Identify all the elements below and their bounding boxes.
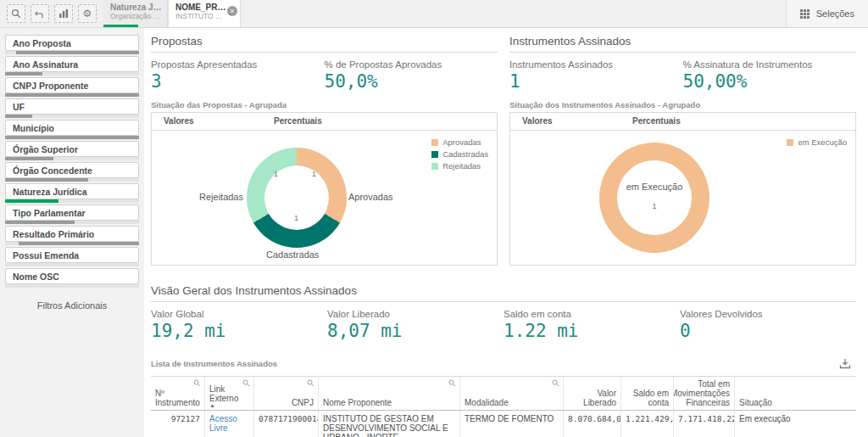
sidebar-item-orgao-concedente[interactable]: Órgão Concedente [5,162,139,182]
donut-instrumentos[interactable] [599,143,709,253]
search-icon[interactable] [448,379,456,387]
selections-grid-icon [800,9,810,19]
search-icon[interactable] [307,379,314,387]
filter-label: UF [5,98,139,115]
slice-value: 1 [312,170,316,178]
col-label: Valor Liberado [568,389,616,407]
qlik-dashboard: ⚙ Natureza Jurídica Organização Sociedad… [0,0,868,437]
sheet-tab-nome-proponente[interactable]: NOME_PROPO... INSTITUTO DE GEST... × [168,0,241,27]
tab-percentuais[interactable]: Percentuais [262,113,372,130]
sidebar-item-nome-osc[interactable]: Nome OSC [5,268,139,288]
filter-scrollbar[interactable] [5,221,139,224]
close-icon[interactable]: × [227,6,237,16]
kpi-label: % Assinatura de Instrumentos [683,59,857,70]
col-header-total-movimentacoes[interactable]: Total em Movimentações Financeiras [674,377,735,410]
sidebar-item-possui-emenda[interactable]: Possui Emenda [5,247,139,266]
kpi-propostas-apresentadas: Propostas Apresentadas 3 [151,59,325,92]
kpi-valor-liberado: Valor Liberado 8,07 mi [327,309,504,341]
slice-label-em-execucao: em Execução [599,182,709,192]
col-header-cnpj[interactable]: CNPJ [254,377,319,410]
col-label: Total em Movimentações Financeiras [674,379,730,407]
legend-item-em-execucao[interactable]: em Execução [787,137,847,147]
filter-scrollbar[interactable] [5,115,139,118]
col-label: CNPJ [292,398,314,407]
cell-modalidade[interactable]: TERMO DE FOMENTO [460,411,564,437]
search-icon[interactable] [7,4,25,23]
tab-percentuais[interactable]: Percentuais [620,113,731,130]
sidebar-item-cnpj-proponente[interactable]: CNPJ Proponente [5,77,139,97]
chart-title: Situação dos Instrumentos Assinados - Ag… [509,100,856,109]
sidebar-item-ano-proposta[interactable]: Ano Proposta [5,35,139,54]
sidebar-item-ano-assinatura[interactable]: Ano Assinatura [5,56,139,76]
section-lista-instrumentos: Lista de Instrumentos Assinados Nº Instr… [151,358,856,437]
cell-valor-liberado[interactable]: 8.070.684,08 [564,411,621,437]
search-icon[interactable] [552,379,559,387]
section-title: Propostas [151,35,498,53]
donut-propostas[interactable] [247,148,347,248]
sidebar-item-uf[interactable]: UF [5,98,139,118]
chart-icon[interactable] [54,4,73,23]
undo-icon[interactable] [31,4,49,23]
tab-valores[interactable]: Valores [510,113,620,130]
filter-label: CNPJ Proponente [5,77,139,93]
filter-scrollbar[interactable] [5,284,139,288]
filter-label: Tipo Parlamentar [5,204,139,221]
legend-label: Rejeitadas [442,161,481,171]
filter-scrollbar[interactable] [5,51,139,54]
section-instrumentos: Instrumentos Assinados Instrumentos Assi… [509,35,856,266]
kpi-value: 3 [151,71,325,92]
filter-scrollbar[interactable] [5,178,139,182]
chart-title: Situação das Propostas - Agrupada [151,100,498,109]
col-header-situacao[interactable]: Situação [735,377,850,410]
legend-item-aprovadas[interactable]: Aprovadas [431,137,488,147]
sidebar-item-natureza-juridica[interactable]: Natureza Jurídica [5,183,139,203]
cell-situacao[interactable]: Em execução [735,411,850,437]
filter-scrollbar[interactable] [5,242,139,245]
filter-scrollbar[interactable] [5,157,139,160]
cell-total-movimentacoes[interactable]: 7.171.418,22 [674,411,735,437]
download-icon[interactable] [839,358,856,369]
cell-link-externo[interactable]: Acesso Livre [205,411,254,437]
sort-asc-icon: ▲ [209,403,249,407]
kpi-value: 1 [509,71,683,92]
kpi-value: 8,07 mi [327,321,504,341]
more-filters-button[interactable]: Filtros Adicionais [5,296,139,315]
tab-progress-bar [103,25,138,27]
search-icon[interactable] [242,379,250,387]
sidebar-item-orgao-superior[interactable]: Órgão Superior [5,141,139,160]
col-header-saldo-em-conta[interactable]: Saldo em conta [621,377,674,410]
tab-title: NOME_PROPO... [175,3,226,12]
filter-scrollbar[interactable] [5,263,139,266]
selections-button[interactable]: Seleções [786,0,868,27]
col-header-valor-liberado[interactable]: Valor Liberado [564,377,621,410]
sidebar-item-resultado-primario[interactable]: Resultado Primário [5,226,139,245]
cell-n-instrumento[interactable]: 972127 [151,411,205,437]
col-header-nome-proponente[interactable]: Nome Proponente [319,377,460,410]
filter-scrollbar[interactable] [5,199,139,203]
cell-saldo-em-conta[interactable]: 1.221.429,13 [621,411,674,437]
col-header-link-externo[interactable]: Link Externo ▲ [205,377,254,410]
table-row[interactable]: 972127 Acesso Livre 07871719000147 INSTI… [151,411,856,437]
cell-cnpj[interactable]: 07871719000147 [254,411,319,437]
filter-scrollbar[interactable] [5,72,139,76]
col-label: Link Externo [209,384,249,403]
col-label: Modalidade [465,398,559,407]
gear-icon[interactable]: ⚙ [78,4,97,23]
sidebar-item-municipio[interactable]: Município [5,120,139,139]
sheet-tab-natureza-juridica[interactable]: Natureza Jurídica Organização Sociedade.… [103,0,168,27]
legend-item-cadastradas[interactable]: Cadastradas [431,149,488,159]
filter-scrollbar[interactable] [5,93,139,97]
col-header-modalidade[interactable]: Modalidade [460,377,564,410]
slice-label-aprovadas: Aprovadas [348,192,393,202]
legend-swatch [431,139,438,146]
search-icon[interactable] [193,379,201,387]
cell-nome-proponente[interactable]: INSTITUTO DE GESTAO EM DESENVOLVIMENTO S… [319,411,460,437]
sidebar-item-tipo-parlamentar[interactable]: Tipo Parlamentar [5,204,139,224]
col-header-n-instrumento[interactable]: Nº Instrumento [151,377,205,410]
chart-panel-instrumentos: Valores Percentuais em Execução 1 em Exe… [509,112,856,266]
tab-valores[interactable]: Valores [152,113,262,130]
legend-item-rejeitadas[interactable]: Rejeitadas [431,161,488,171]
kpi-saldo-em-conta: Saldo em conta 1.22 mi [504,309,680,341]
filter-scrollbar[interactable] [5,136,139,139]
topbar-spacer [241,0,786,27]
